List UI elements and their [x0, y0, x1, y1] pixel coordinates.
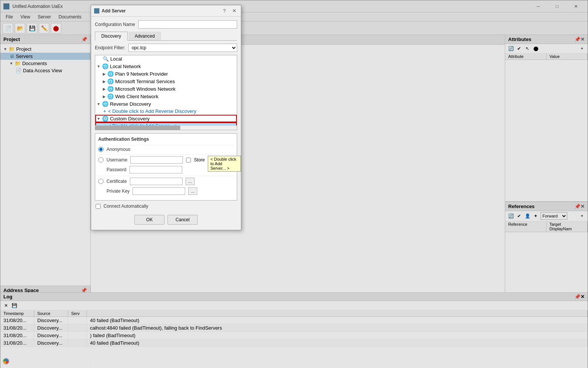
- tree-scroll-thumb[interactable]: [95, 126, 180, 130]
- log-col-source: Source: [34, 310, 68, 316]
- config-name-input[interactable]: [138, 20, 237, 29]
- ref-check-btn[interactable]: ✔: [516, 213, 522, 219]
- st-search-icon: 🔍: [103, 56, 109, 62]
- log-pin-icon[interactable]: 📌✕: [574, 294, 585, 300]
- st-item-windows-network[interactable]: ▶ 🌐 Microsoft Windows Network: [95, 85, 237, 93]
- config-name-row: Configuration Name: [95, 20, 237, 29]
- dialog-close-button[interactable]: ✕: [230, 7, 238, 15]
- log-header: Log 📌✕: [0, 293, 588, 301]
- log-extra-icons: [3, 358, 9, 365]
- st-item-terminal-services[interactable]: ▶ 🌐 Microsoft Terminal Services: [95, 78, 237, 85]
- auth-username-input[interactable]: [130, 156, 183, 164]
- st-item-reverse-discovery[interactable]: ▼ 🌐 Reverse Discovery: [95, 100, 237, 108]
- save-button[interactable]: 💾: [27, 23, 37, 33]
- auth-certificate-label: Certificate: [107, 179, 127, 184]
- menu-file[interactable]: File: [2, 14, 17, 20]
- st-item-custom-discovery[interactable]: ▼ 🌐 Custom Discovery: [95, 115, 237, 122]
- attr-col-attribute: Attribute: [505, 53, 547, 59]
- tab-advanced[interactable]: Advanced: [128, 32, 161, 40]
- ref-refresh-btn[interactable]: 🔄: [507, 213, 514, 219]
- attributes-pin-icon[interactable]: 📌✕: [574, 36, 585, 42]
- attributes-section: Attributes 📌✕ 🔄 ✔ ↖ ⬤ + Attribute Value: [505, 35, 588, 202]
- config-name-label: Configuration Name: [95, 22, 135, 27]
- window-controls: ─ □ ✕: [530, 0, 585, 12]
- auth-certificate-input[interactable]: [130, 178, 183, 185]
- st-item-local-network[interactable]: ▼ 🌐 Local Network: [95, 62, 237, 70]
- auth-certificate-browse-btn[interactable]: ...: [186, 178, 195, 185]
- auth-private-key-browse-btn[interactable]: ...: [188, 187, 197, 195]
- st-globe-web: 🌐: [107, 93, 114, 99]
- auth-password-input[interactable]: [129, 166, 182, 173]
- tree-item-data-access-view[interactable]: 📄 Data Access View: [0, 67, 90, 74]
- ref-star-btn[interactable]: ✦: [532, 213, 539, 219]
- menu-server[interactable]: Server: [34, 14, 55, 20]
- log-src-3: Discovery...: [34, 332, 68, 339]
- log-save-btn[interactable]: 💾: [11, 302, 18, 309]
- log-panel: Log 📌✕ ✕ 💾 Timestamp Source Serv 31/08/2…: [0, 292, 588, 368]
- auth-store-label: Store: [194, 157, 205, 163]
- references-pin-icon[interactable]: 📌✕: [574, 204, 585, 209]
- dialog-icon: [94, 8, 99, 14]
- st-item-add-reverse[interactable]: ✦ < Double click to Add Reverse Discover…: [95, 108, 237, 115]
- st-item-web-client[interactable]: ▶ 🌐 Web Client Network: [95, 93, 237, 100]
- auth-certificate-radio[interactable]: [98, 179, 104, 184]
- project-name: Project: [16, 46, 31, 52]
- edit-button[interactable]: ✏️: [39, 23, 49, 33]
- connect-auto-checkbox[interactable]: [96, 204, 101, 209]
- log-row: 31/08/20... Discovery... 40 failed (BadT…: [0, 339, 588, 347]
- attr-refresh-btn[interactable]: 🔄: [507, 45, 514, 52]
- log-col-timestamp: Timestamp: [0, 310, 34, 316]
- tree-scrollbar[interactable]: [95, 125, 237, 130]
- folder-icon-project: 📁: [9, 46, 15, 52]
- st-terminal-label: Microsoft Terminal Services: [115, 79, 175, 84]
- st-star-reverse: ✦: [103, 109, 107, 114]
- st-local-network-label: Local Network: [110, 64, 141, 69]
- ref-direction-select[interactable]: Forward Backward Both: [541, 212, 567, 220]
- dialog-help-button[interactable]: ?: [221, 7, 228, 15]
- log-toolbar: ✕ 💾: [0, 301, 588, 310]
- endpoint-filter-select[interactable]: opc.tcp https: [128, 44, 237, 52]
- st-globe-plan9: 🌐: [107, 71, 114, 77]
- new-button[interactable]: 📄: [3, 23, 13, 33]
- log-clear-btn[interactable]: ✕: [3, 302, 9, 309]
- server-tree[interactable]: 🔍 Local ▼ 🌐 Local Network ▶ 🌐 Plan 9 Net…: [95, 55, 237, 130]
- project-pin-icon[interactable]: 📌: [81, 36, 87, 42]
- auth-username-radio[interactable]: [98, 157, 104, 163]
- auth-anonymous-radio[interactable]: [98, 147, 104, 152]
- st-arrow-reverse: ▼: [97, 102, 101, 106]
- dialog-buttons: OK Cancel: [95, 213, 237, 226]
- attr-add-btn[interactable]: +: [579, 45, 585, 52]
- st-plan9-label: Plan 9 Network Provider: [115, 71, 168, 77]
- tree-item-project[interactable]: ▼ 📁 Project: [0, 46, 90, 53]
- stop-button[interactable]: ⬤: [51, 23, 61, 33]
- attr-check-btn[interactable]: ✔: [516, 45, 522, 52]
- close-button[interactable]: ✕: [567, 0, 585, 12]
- auth-private-key-input[interactable]: [133, 187, 185, 195]
- auth-store-checkbox[interactable]: [186, 158, 191, 163]
- log-col-message: [87, 310, 588, 316]
- minimize-button[interactable]: ─: [530, 0, 547, 12]
- ref-person-btn[interactable]: 👤: [524, 213, 531, 219]
- dialog-title-actions: ? ✕: [221, 7, 238, 15]
- cancel-button[interactable]: Cancel: [168, 215, 198, 225]
- tab-discovery[interactable]: Discovery: [95, 32, 128, 41]
- ref-add-btn[interactable]: +: [579, 213, 585, 219]
- connect-auto-row: Connect Automatically: [95, 204, 237, 209]
- open-button[interactable]: 📂: [15, 23, 25, 33]
- st-item-local[interactable]: 🔍 Local: [95, 55, 237, 62]
- menu-view[interactable]: View: [17, 14, 34, 20]
- attr-cursor-btn[interactable]: ↖: [524, 45, 531, 52]
- tree-item-documents[interactable]: ▼ 📁 Documents: [0, 60, 90, 67]
- st-item-plan9[interactable]: ▶ 🌐 Plan 9 Network Provider: [95, 70, 237, 78]
- menu-documents[interactable]: Documents: [55, 14, 85, 20]
- attr-circle-btn[interactable]: ⬤: [532, 45, 539, 52]
- log-srv-1: [68, 317, 87, 324]
- ref-col-reference: Reference: [505, 221, 547, 232]
- log-ts-1: 31/08/20...: [0, 317, 34, 324]
- ok-button[interactable]: OK: [134, 215, 165, 225]
- maximize-button[interactable]: □: [548, 0, 566, 12]
- app-icon: [3, 3, 9, 9]
- tree-item-servers[interactable]: 🖥 Servers: [0, 53, 90, 60]
- st-add-reverse-label: < Double click to Add Reverse Discovery: [108, 108, 196, 114]
- st-globe-local-network: 🌐: [102, 63, 108, 69]
